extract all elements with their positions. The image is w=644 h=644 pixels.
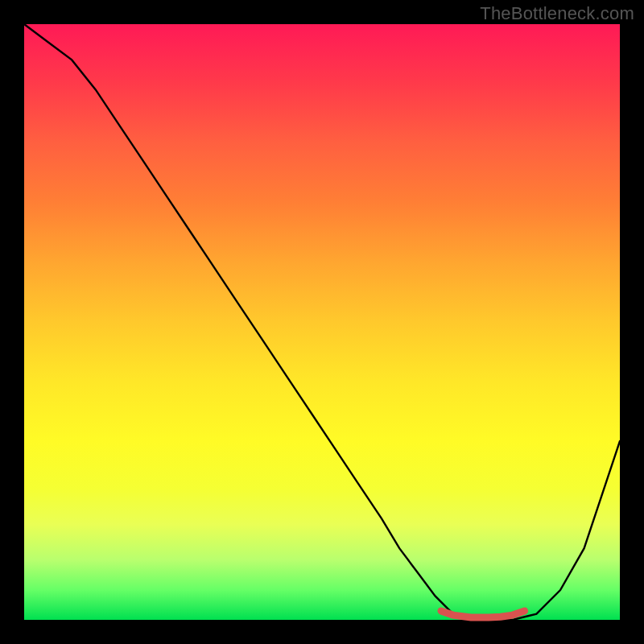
bottleneck-curve bbox=[24, 24, 620, 620]
plot-gradient-area bbox=[24, 24, 620, 620]
chart-frame: TheBottleneck.com bbox=[0, 0, 644, 644]
optimal-zone-marker bbox=[441, 611, 525, 617]
watermark-text: TheBottleneck.com bbox=[480, 3, 634, 24]
chart-svg bbox=[24, 24, 620, 620]
